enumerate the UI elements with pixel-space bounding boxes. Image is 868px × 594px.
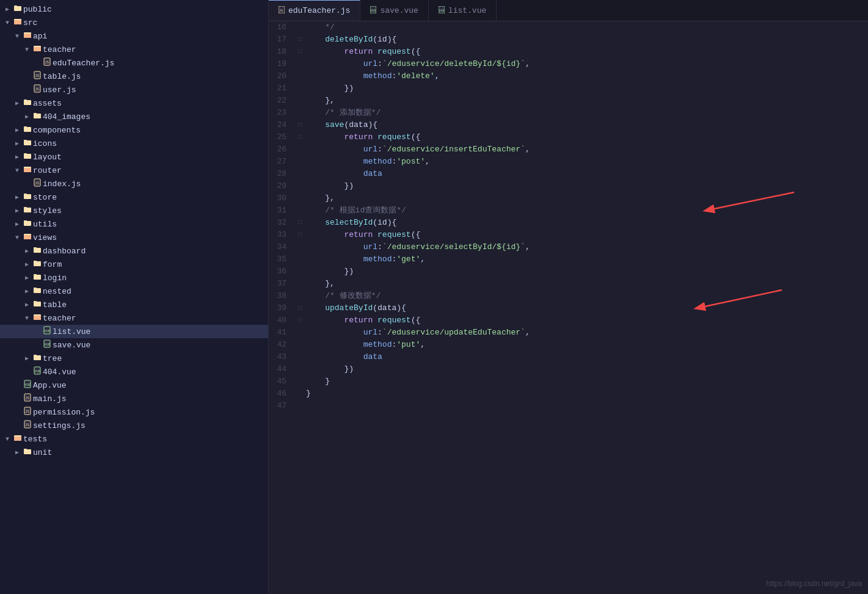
code-line-19: 19 url:`/eduservice/deleteById/${id}`,: [269, 58, 868, 70]
sidebar-item-index-js[interactable]: JSindex.js: [0, 177, 268, 190]
folder-icon: [22, 205, 33, 216]
code-line-47: 47: [269, 400, 868, 412]
code-line-24: 24□ save(data){: [269, 119, 868, 131]
code-line-18: 18□ return request({: [269, 46, 868, 58]
code-line-22: 22 },: [269, 95, 868, 107]
svg-rect-67: [24, 449, 27, 451]
line-number: 20: [269, 70, 296, 82]
fold-indicator[interactable]: □: [296, 46, 304, 58]
tab-label-save-tab: save.vue: [380, 6, 418, 15]
line-content: url:`/eduservice/insertEduTeacher`,: [304, 143, 868, 156]
sidebar-item-components[interactable]: ▶components: [0, 123, 268, 137]
fold-indicator[interactable]: □: [296, 302, 304, 314]
sidebar-item-404-vue[interactable]: VUE404.vue: [0, 365, 268, 378]
svg-rect-33: [24, 220, 27, 222]
arrow-icon-404_images: ▶: [22, 113, 32, 120]
sidebar-item-nested[interactable]: ▶nested: [0, 284, 268, 298]
svg-rect-41: [34, 274, 37, 276]
sidebar-item-public[interactable]: ▶public: [0, 2, 268, 16]
line-content: method:'post',: [304, 156, 868, 168]
code-line-31: 31 /* 根据id查询数据*/: [269, 205, 868, 217]
code-line-45: 45 }: [269, 375, 868, 388]
fold-indicator[interactable]: □: [296, 229, 304, 241]
arrow-icon-tests: ▼: [2, 436, 12, 443]
sidebar-item-src[interactable]: ▼src: [0, 16, 268, 29]
line-content: return request({: [304, 131, 868, 143]
line-content: }): [304, 180, 868, 192]
sidebar-item-table-js[interactable]: JStable.js: [0, 70, 268, 83]
code-line-41: 41 url:`/eduservice/updateEduTeacher`,: [269, 327, 868, 339]
code-line-38: 38 /* 修改数据*/: [269, 290, 868, 302]
arrow-icon-teacher-folder: ▼: [22, 46, 32, 53]
tab-eduTeacher-tab[interactable]: JSeduTeacher.js: [269, 0, 360, 21]
sidebar-item-tree[interactable]: ▶tree: [0, 352, 268, 365]
sidebar-item-eduTeacher[interactable]: JSeduTeacher.js: [0, 56, 268, 70]
sidebar-item-settings-js[interactable]: JSsettings.js: [0, 419, 268, 432]
sidebar-item-dashboard[interactable]: ▶dashboard: [0, 244, 268, 258]
sidebar-item-404_images[interactable]: ▶404_images: [0, 110, 268, 123]
sidebar-item-login[interactable]: ▶login: [0, 271, 268, 284]
arrow-icon-icons: ▶: [12, 140, 22, 147]
sidebar-item-tests[interactable]: ▼tests: [0, 432, 268, 446]
sidebar-item-user-js[interactable]: JSuser.js: [0, 83, 268, 96]
tree-label-tests: tests: [23, 435, 47, 444]
sidebar-item-router[interactable]: ▼router: [0, 164, 268, 177]
sidebar-item-layout[interactable]: ▶layout: [0, 150, 268, 164]
fold-indicator[interactable]: □: [296, 131, 304, 143]
arrow-icon-layout: ▶: [12, 153, 22, 161]
sidebar-item-styles[interactable]: ▶styles: [0, 204, 268, 217]
svg-text:VUE: VUE: [45, 329, 51, 333]
svg-rect-17: [34, 113, 37, 115]
sidebar-item-App-vue[interactable]: VUEApp.vue: [0, 378, 268, 392]
sidebar-item-store[interactable]: ▶store: [0, 190, 268, 204]
sidebar-item-unit[interactable]: ▶unit: [0, 446, 268, 459]
sidebar-item-assets[interactable]: ▶assets: [0, 96, 268, 110]
line-content: return request({: [304, 314, 868, 327]
line-number: 17: [269, 34, 296, 46]
tree-label-utils: utils: [33, 220, 57, 229]
arrow-icon-router: ▼: [12, 167, 22, 174]
line-number: 18: [269, 46, 296, 58]
arrow-icon-utils: ▶: [12, 220, 22, 228]
line-number: 34: [269, 241, 296, 253]
code-line-40: 40□ return request({: [269, 314, 868, 327]
svg-rect-5: [24, 34, 31, 38]
sidebar-item-form[interactable]: ▶form: [0, 258, 268, 271]
line-content: return request({: [304, 229, 868, 241]
fold-indicator[interactable]: □: [296, 314, 304, 327]
tab-list-tab[interactable]: VUElist.vue: [429, 0, 497, 21]
fold-indicator[interactable]: □: [296, 119, 304, 131]
code-content[interactable]: 16 */17□ deleteById(id){18□ return reque…: [269, 21, 868, 594]
arrow-icon-teacher-views: ▼: [22, 315, 32, 322]
sidebar-item-teacher-folder[interactable]: ▼teacher: [0, 43, 268, 56]
line-number: 31: [269, 205, 296, 217]
line-content: },: [304, 278, 868, 290]
sidebar-item-utils[interactable]: ▶utils: [0, 217, 268, 231]
sidebar-item-list-vue[interactable]: VUElist.vue: [0, 325, 268, 338]
code-line-28: 28 data: [269, 168, 868, 180]
arrow-icon-public: ▶: [2, 5, 12, 13]
svg-rect-65: [14, 436, 21, 441]
svg-text:VUE: VUE: [371, 9, 376, 12]
code-line-27: 27 method:'post',: [269, 156, 868, 168]
fold-indicator[interactable]: □: [296, 34, 304, 46]
sidebar-item-table[interactable]: ▶table: [0, 298, 268, 311]
fold-indicator[interactable]: □: [296, 217, 304, 229]
sidebar-item-views[interactable]: ▼views: [0, 231, 268, 244]
line-content: method:'put',: [304, 339, 868, 351]
tree-label-table-js: table.js: [43, 72, 81, 81]
svg-rect-23: [24, 153, 27, 155]
sidebar-item-icons[interactable]: ▶icons: [0, 137, 268, 150]
tab-save-tab[interactable]: VUEsave.vue: [360, 0, 428, 21]
line-number: 24: [269, 119, 296, 131]
sidebar-item-api[interactable]: ▼api: [0, 29, 268, 43]
sidebar-item-save-vue[interactable]: VUEsave.vue: [0, 338, 268, 352]
code-line-35: 35 method:'get',: [269, 253, 868, 266]
svg-rect-25: [24, 168, 31, 172]
line-content: data: [304, 351, 868, 363]
sidebar-item-main-js[interactable]: JSmain.js: [0, 392, 268, 405]
sidebar-item-teacher-views[interactable]: ▼teacher: [0, 311, 268, 325]
line-content: data: [304, 168, 868, 180]
code-line-29: 29 }): [269, 180, 868, 192]
sidebar-item-permission-js[interactable]: JSpermission.js: [0, 405, 268, 419]
